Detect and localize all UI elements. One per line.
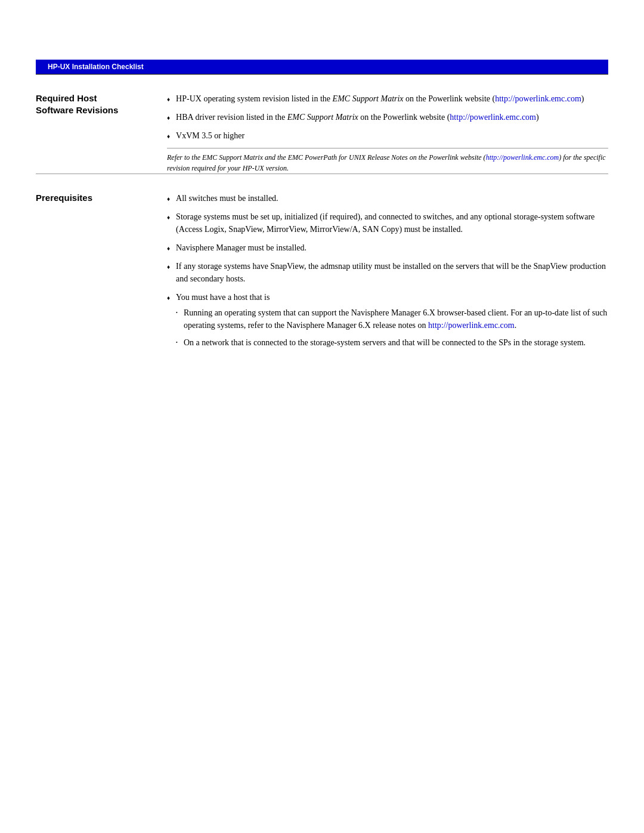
section-table-prereq: Prerequisites ♦ All switches must be ins… — [36, 192, 608, 360]
powerlink-link-1[interactable]: http://powerlink.emc.com — [495, 94, 581, 103]
list-item: ♦ Navisphere Manager must be installed. — [167, 241, 608, 254]
powerlink-link-note[interactable]: http://powerlink.emc.com — [486, 153, 559, 162]
bullet-text: HP-UX operating system revision listed i… — [176, 92, 608, 105]
list-item: ♦ If any storage systems have SnapView, … — [167, 260, 608, 285]
list-item: ♦ All switches must be installed. — [167, 192, 608, 205]
header-tab-label: HP-UX Installation Checklist — [48, 63, 144, 71]
bullet-icon: ♦ — [167, 293, 170, 302]
bullet-text: All switches must be installed. — [176, 192, 608, 205]
bullet-icon: ♦ — [167, 213, 170, 222]
bullet-text: Navisphere Manager must be installed. — [176, 241, 608, 254]
section-label-software: Required Host Software Revisions — [36, 92, 167, 116]
sub-bullet-icon: • — [176, 339, 178, 346]
sub-bullet-text: Running an operating system that can sup… — [184, 306, 608, 332]
note-text: Refer to the EMC Support Matrix and the … — [167, 148, 608, 174]
section-label-cell-prereq: Prerequisites — [36, 192, 167, 360]
bullet-icon: ♦ — [167, 113, 170, 122]
list-item: ♦ HP-UX operating system revision listed… — [167, 92, 608, 105]
section-label-cell-software: Required Host Software Revisions — [36, 92, 167, 174]
header-tab: HP-UX Installation Checklist — [36, 60, 608, 74]
list-item: ♦ You must have a host that is • Running… — [167, 291, 608, 354]
page: HP-UX Installation Checklist Required Ho… — [0, 60, 644, 833]
main-content: Required Host Software Revisions ♦ HP-UX… — [0, 75, 644, 407]
bullet-text: VxVM 3.5 or higher — [176, 129, 608, 142]
bullet-text: Storage systems must be set up, initiali… — [176, 210, 608, 236]
sub-bullet-list: • Running an operating system that can s… — [176, 306, 608, 349]
powerlink-link-2[interactable]: http://powerlink.emc.com — [450, 113, 536, 122]
section-table-software: Required Host Software Revisions ♦ HP-UX… — [36, 92, 608, 174]
bullet-text: If any storage systems have SnapView, th… — [176, 260, 608, 285]
bullet-icon: ♦ — [167, 95, 170, 104]
bullet-text: You must have a host that is • Running a… — [176, 291, 608, 354]
powerlink-link-3[interactable]: http://powerlink.emc.com — [428, 321, 515, 330]
bullet-icon: ♦ — [167, 244, 170, 253]
bullet-icon: ♦ — [167, 132, 170, 141]
bullet-text: HBA driver revision listed in the EMC Su… — [176, 111, 608, 123]
sub-bullet-text: On a network that is connected to the st… — [184, 336, 608, 349]
section-gap — [36, 174, 608, 192]
list-item: ♦ HBA driver revision listed in the EMC … — [167, 111, 608, 123]
section-content-prereq: ♦ All switches must be installed. ♦ Stor… — [167, 192, 608, 360]
bullet-icon: ♦ — [167, 194, 170, 203]
sub-bullet-icon: • — [176, 309, 178, 317]
list-item: • Running an operating system that can s… — [176, 306, 608, 332]
section-label-prereq: Prerequisites — [36, 192, 167, 204]
software-bullet-list: ♦ HP-UX operating system revision listed… — [167, 92, 608, 142]
list-item: ♦ VxVM 3.5 or higher — [167, 129, 608, 142]
section-content-software: ♦ HP-UX operating system revision listed… — [167, 92, 608, 174]
list-item: ♦ Storage systems must be set up, initia… — [167, 210, 608, 236]
bullet-icon: ♦ — [167, 262, 170, 271]
prereq-bullet-list: ♦ All switches must be installed. ♦ Stor… — [167, 192, 608, 354]
list-item: • On a network that is connected to the … — [176, 336, 608, 349]
